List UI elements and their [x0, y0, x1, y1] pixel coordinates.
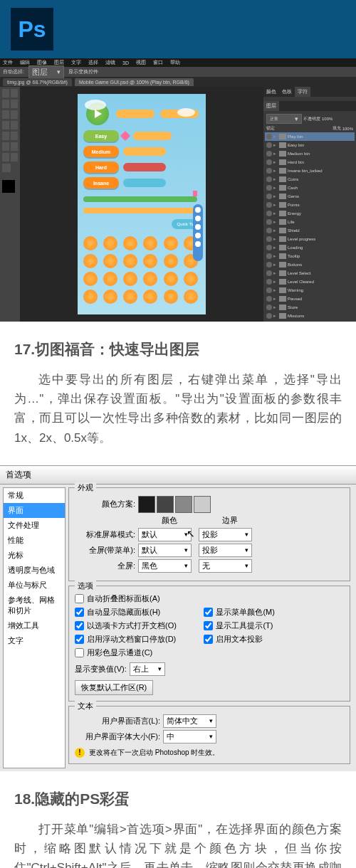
layer-item[interactable]: ▸Warning: [265, 286, 355, 295]
visibility-icon[interactable]: [266, 219, 272, 225]
panel-tab[interactable]: 颜色: [263, 87, 279, 97]
transform-values-dropdown[interactable]: 右上: [130, 662, 165, 676]
floating-dock-checkbox[interactable]: [75, 635, 84, 644]
visibility-icon[interactable]: [266, 253, 272, 259]
visibility-icon[interactable]: [266, 296, 272, 302]
expand-icon[interactable]: ▸: [273, 219, 278, 225]
layer-item[interactable]: ▸Gems: [265, 192, 355, 201]
visibility-icon[interactable]: [266, 194, 272, 199]
menu-item[interactable]: 窗口: [153, 59, 163, 66]
visibility-icon[interactable]: [266, 176, 272, 182]
blend-mode[interactable]: 正常: [266, 114, 302, 124]
layer-item[interactable]: ▸Tooltip: [265, 252, 355, 260]
expand-icon[interactable]: ▸: [273, 185, 278, 191]
fullscreen-color-dropdown[interactable]: 黑色: [138, 559, 192, 573]
menu-colors-checkbox[interactable]: [204, 608, 213, 617]
layer-item[interactable]: ▸Missions: [265, 312, 355, 320]
layer-item[interactable]: ▸Points: [265, 201, 355, 209]
zoom-tool-icon[interactable]: [2, 164, 11, 172]
gradient-tool-icon[interactable]: [11, 132, 18, 140]
layer-item[interactable]: ▸Bg: [265, 320, 355, 322]
eyedropper-tool-icon[interactable]: [11, 110, 18, 119]
layer-item[interactable]: ▸Easy btn: [265, 141, 355, 149]
fullscreen-border-dropdown[interactable]: 无: [199, 559, 252, 573]
menu-item[interactable]: 文件: [3, 59, 13, 66]
expand-icon[interactable]: ▸: [273, 151, 278, 157]
expand-icon[interactable]: ▸: [273, 296, 278, 302]
sidebar-item-performance[interactable]: 性能: [4, 533, 65, 548]
hand-tool-icon[interactable]: [11, 153, 18, 162]
expand-icon[interactable]: ▸: [273, 305, 278, 310]
panel-tab[interactable]: 字符: [295, 87, 310, 97]
menu-item[interactable]: 滤镜: [105, 59, 115, 66]
visibility-icon[interactable]: [266, 159, 272, 165]
sidebar-item-filehandling[interactable]: 文件处理: [4, 518, 65, 533]
layer-item[interactable]: ▸Buttons: [265, 260, 355, 269]
visibility-icon[interactable]: [266, 305, 272, 310]
layer-item[interactable]: ▸Play btn: [265, 132, 355, 141]
sidebar-item-type[interactable]: 文字: [4, 633, 65, 648]
color-channels-checkbox[interactable]: [75, 648, 84, 657]
layer-item[interactable]: ▸Level Select: [265, 269, 355, 277]
move-tool-icon[interactable]: [2, 89, 9, 97]
menu-item[interactable]: 3D: [122, 60, 129, 65]
expand-icon[interactable]: ▸: [273, 159, 278, 165]
pen-tool-icon[interactable]: [11, 142, 18, 151]
menu-item[interactable]: 视图: [136, 59, 146, 66]
reset-workspace-button[interactable]: 恢复默认工作区(R): [75, 680, 153, 695]
eraser-tool-icon[interactable]: [2, 132, 9, 140]
expand-icon[interactable]: ▸: [273, 176, 278, 182]
visibility-icon[interactable]: [266, 211, 272, 216]
menu-item[interactable]: 文字: [71, 59, 81, 66]
sidebar-item-plugins[interactable]: 增效工具: [4, 618, 65, 633]
ui-font-size-dropdown[interactable]: 中: [163, 730, 216, 743]
brush-tool-icon[interactable]: [2, 121, 9, 129]
foreground-color[interactable]: [2, 180, 15, 193]
layer-item[interactable]: ▸Hard btn: [265, 158, 355, 166]
expand-icon[interactable]: ▸: [273, 134, 278, 139]
opacity-value[interactable]: 100%: [322, 117, 333, 121]
layer-item[interactable]: ▸Loading: [265, 243, 355, 252]
layer-item[interactable]: ▸Life: [265, 218, 355, 226]
expand-icon[interactable]: ▸: [273, 194, 278, 199]
ui-language-dropdown[interactable]: 简体中文: [163, 714, 216, 728]
wand-tool-icon[interactable]: [11, 100, 18, 108]
expand-icon[interactable]: ▸: [273, 313, 278, 319]
color-scheme-swatch-medium-light[interactable]: [175, 496, 192, 513]
sidebar-item-general[interactable]: 常规: [4, 488, 65, 503]
show-transform-check[interactable]: 显示变换控件: [68, 68, 98, 75]
panel-tab[interactable]: 色板: [279, 87, 295, 97]
standard-border-dropdown[interactable]: 投影: [199, 528, 252, 541]
layer-item[interactable]: ▸Cash: [265, 184, 355, 192]
expand-icon[interactable]: ▸: [273, 142, 278, 148]
auto-collapse-checkbox[interactable]: [75, 594, 84, 603]
visibility-icon[interactable]: [266, 151, 272, 157]
fill-value[interactable]: 100%: [342, 127, 353, 131]
expand-icon[interactable]: ▸: [273, 202, 278, 208]
layer-item[interactable]: ▸Coins: [265, 175, 355, 184]
layer-item[interactable]: ▸Insane btn_locked: [265, 166, 355, 175]
tabs-checkbox[interactable]: [75, 621, 84, 630]
document-tab[interactable]: timg.jpg @ 68.7%(RGB/8#): [3, 78, 72, 86]
sidebar-item-transparency[interactable]: 透明度与色域: [4, 563, 65, 578]
layer-dropdown[interactable]: 图层: [28, 65, 64, 79]
expand-icon[interactable]: ▸: [273, 168, 278, 174]
expand-icon[interactable]: ▸: [273, 279, 278, 285]
visibility-icon[interactable]: [266, 313, 272, 319]
visibility-icon[interactable]: [266, 279, 272, 285]
visibility-icon[interactable]: [266, 228, 272, 233]
layer-item[interactable]: ▸Store: [265, 303, 355, 312]
visibility-icon[interactable]: [266, 142, 272, 148]
expand-icon[interactable]: ▸: [273, 245, 278, 250]
menu-item[interactable]: 帮助: [170, 59, 180, 66]
sidebar-item-cursors[interactable]: 光标: [4, 548, 65, 563]
tooltips-checkbox[interactable]: [204, 621, 213, 630]
standard-color-dropdown[interactable]: 默认: [138, 528, 192, 541]
layer-item[interactable]: ▸Level progress: [265, 235, 355, 243]
crop-tool-icon[interactable]: [2, 110, 9, 119]
visibility-icon[interactable]: [266, 245, 272, 250]
layer-item[interactable]: ▸Shield: [265, 226, 355, 235]
visibility-icon[interactable]: [266, 270, 272, 276]
visibility-icon[interactable]: [266, 168, 272, 174]
shape-tool-icon[interactable]: [2, 153, 9, 162]
